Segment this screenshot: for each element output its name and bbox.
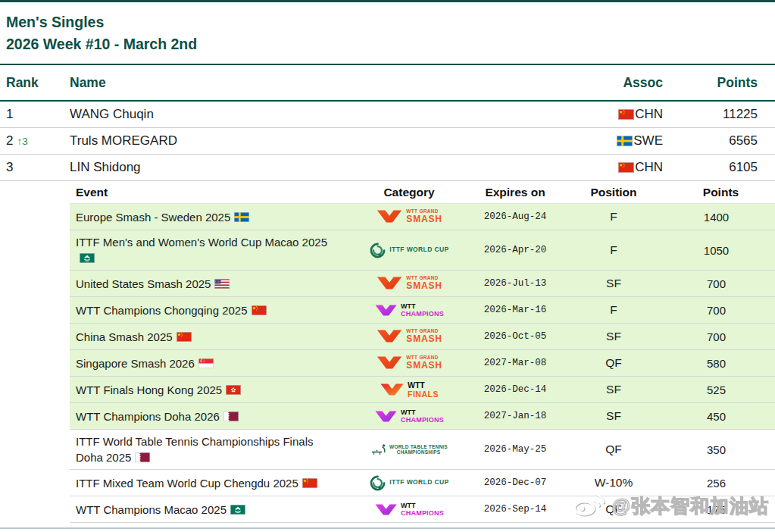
grand-smash-icon	[376, 355, 403, 371]
event-expires-date: 2026-Oct-05	[470, 331, 561, 342]
event-name: ITTF Men's and Women's World Cup Macao 2…	[76, 236, 327, 249]
event-expires-date: 2027-Jan-18	[470, 411, 561, 421]
flag-us-icon	[214, 279, 230, 289]
event-points: 256	[667, 477, 775, 490]
ittf-world-cup-label-line2: ITTF WORLD CUP	[389, 246, 448, 254]
player-points: 6105	[663, 160, 758, 175]
events-table-header: Event Category Expires on Position Point…	[70, 181, 775, 204]
event-points: 700	[667, 330, 775, 343]
event-name-cell: WTT Champions Chongqing 2025	[70, 299, 348, 322]
event-category-cell: ITTF WORLD CUP	[348, 242, 470, 259]
event-category-cell: WTTCHAMPIONS	[348, 408, 470, 424]
event-points: 1050	[667, 244, 775, 257]
events-table-body: Europe Smash - Sweden 2025WTT GRANDSMASH…	[70, 204, 775, 523]
watermark: @张本智和加油站	[572, 491, 769, 520]
grand-smash-logo: WTT GRANDSMASH	[376, 328, 442, 344]
event-position: SF	[561, 277, 667, 290]
flag-sg-icon	[198, 358, 214, 368]
event-row: WTT Finals Hong Kong 2025WTTFINALS2026-D…	[70, 377, 775, 403]
wtt-finals-label-line2: FINALS	[408, 390, 439, 399]
event-points-column-header: Points	[667, 186, 775, 199]
event-expires-date: 2026-May-25	[470, 444, 561, 455]
event-category-cell: WTT GRANDSMASH	[348, 275, 470, 291]
grand-smash-label-line2: SMASH	[406, 214, 442, 225]
player-name: Truls MOREGARD	[70, 133, 580, 149]
rank-column-header: Rank	[0, 75, 70, 91]
player-events-subtable: Event Category Expires on Position Point…	[70, 181, 775, 523]
event-name: United States Smash 2025	[76, 277, 211, 290]
flag-hk-icon	[226, 385, 241, 395]
wtt-champions-label-line1: WTT	[401, 502, 416, 509]
flag-cn-icon	[618, 109, 634, 120]
event-category-cell: WTTCHAMPIONS	[348, 502, 470, 518]
ranking-table-body: 1WANG ChuqinCHN112252↑3Truls MOREGARDSWE…	[0, 102, 775, 181]
rank-number: 3	[6, 160, 13, 174]
event-expires-date: 2026-Mar-16	[470, 305, 561, 315]
flag-cn-icon	[302, 478, 317, 488]
flag-cn-icon	[252, 305, 267, 315]
flag-mo-icon	[80, 253, 95, 263]
ittf-world-cup-icon	[369, 242, 386, 259]
event-name: ITTF Mixed Team World Cup Chengdu 2025	[76, 477, 298, 490]
flag-mo-icon	[230, 505, 245, 515]
wttc-label-line2: CHAMPIONSHIPS	[397, 449, 441, 455]
grand-smash-icon	[376, 275, 403, 291]
wtt-finals-label-line1: WTT	[408, 380, 425, 390]
grand-smash-label-line2: SMASH	[406, 334, 442, 345]
event-name: China Smash 2025	[76, 330, 173, 343]
event-name-cell: WTT Champions Macao 2025	[70, 498, 348, 521]
assoc-cell: CHN	[580, 107, 663, 122]
page-title: Men's Singles	[6, 11, 769, 33]
event-category-cell: WTTFINALS	[348, 380, 470, 399]
event-name-cell: ITTF World Table Tennis Championships Fi…	[70, 430, 348, 469]
grand-smash-label-line2: SMASH	[406, 281, 442, 292]
grand-smash-label: WTT GRANDSMASH	[406, 275, 442, 291]
ittf-world-cup-label: ITTF WORLD CUP	[389, 479, 448, 487]
event-points: 700	[667, 277, 775, 290]
rank-number: 2	[6, 133, 13, 148]
ittf-world-cup-logo: ITTF WORLD CUP	[369, 242, 448, 259]
player-points: 11225	[663, 107, 758, 122]
event-name-cell: China Smash 2025	[70, 325, 348, 349]
player-name: WANG Chuqin	[70, 107, 580, 122]
event-name: WTT Champions Chongqing 2025	[76, 304, 248, 317]
wtt-finals-icon	[380, 382, 405, 397]
assoc-code: CHN	[635, 107, 663, 122]
event-category-cell: WORLD TABLE TENNISCHAMPIONSHIPS	[348, 443, 470, 456]
wtt-champions-icon	[374, 303, 398, 318]
wtt-champions-label-line2: CHAMPIONS	[401, 310, 444, 318]
flag-qa-icon	[135, 452, 150, 462]
event-expires-date: 2026-Apr-20	[470, 245, 561, 255]
event-position: SF	[561, 409, 667, 423]
event-category-cell: WTT GRANDSMASH	[348, 328, 470, 344]
wtt-finals-logo: WTTFINALS	[380, 380, 439, 399]
event-points: 450	[667, 410, 775, 423]
grand-smash-logo: WTT GRANDSMASH	[376, 275, 442, 291]
event-name: WTT Champions Macao 2025	[76, 503, 227, 516]
event-expires-date: 2026-Dec-14	[470, 384, 561, 395]
grand-smash-label: WTT GRANDSMASH	[406, 208, 442, 224]
wtt-champions-logo: WTTCHAMPIONS	[374, 408, 444, 424]
event-expires-date: 2026-Dec-07	[470, 477, 561, 488]
ittf-world-cup-icon	[369, 474, 386, 492]
event-row: ITTF Men's and Women's World Cup Macao 2…	[70, 230, 775, 271]
wtt-champions-label-line2: CHAMPIONS	[401, 416, 444, 424]
ranking-row[interactable]: 3LIN ShidongCHN6105	[0, 155, 775, 181]
wtt-finals-label: WTTFINALS	[408, 380, 439, 399]
wttc-logo: WORLD TABLE TENNISCHAMPIONSHIPS	[370, 443, 448, 456]
event-name: Europe Smash - Sweden 2025	[76, 211, 230, 224]
wttc-label-line1: WORLD TABLE TENNIS	[389, 444, 448, 449]
ranking-row[interactable]: 1WANG ChuqinCHN11225	[0, 102, 775, 128]
event-name: WTT Finals Hong Kong 2025	[76, 383, 222, 396]
event-name-cell: Singapore Smash 2026	[70, 352, 348, 375]
ranking-table-header: Rank Name Assoc Points	[0, 65, 775, 102]
position-column-header: Position	[561, 186, 667, 199]
ranking-row[interactable]: 2↑3Truls MOREGARDSWE6565	[0, 128, 775, 155]
assoc-cell: CHN	[580, 160, 663, 175]
page-subtitle: 2026 Week #10 - March 2nd	[6, 33, 769, 55]
grand-smash-icon	[376, 328, 403, 344]
event-points: 580	[667, 357, 775, 370]
rank-delta-badge: ↑3	[17, 136, 27, 147]
event-name: Singapore Smash 2026	[76, 357, 195, 370]
flag-cn-icon	[618, 162, 634, 173]
